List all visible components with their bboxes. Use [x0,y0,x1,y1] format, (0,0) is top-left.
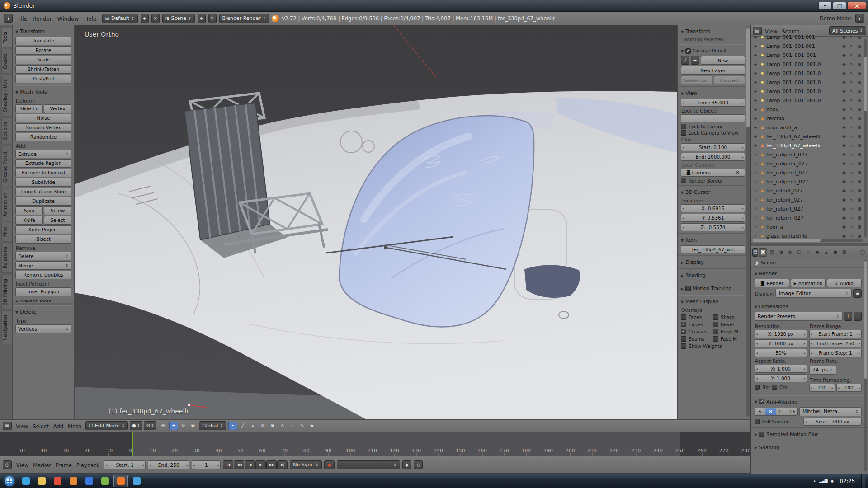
expand-icon[interactable] [753,198,758,202]
properties-tab-object[interactable] [795,248,803,257]
selectability-toggle[interactable] [849,216,855,220]
overlay-checkbox-edge-m[interactable]: Edge M [713,329,745,334]
info-menu-render[interactable]: Render [30,15,55,23]
selectability-toggle[interactable] [849,171,855,175]
tool-bisect-button[interactable]: Bisect [15,235,71,244]
delete-type-dropdown[interactable]: Vertices [15,324,71,333]
visibility-toggle[interactable] [841,99,847,103]
delete-keyframe-button[interactable] [414,460,423,469]
grease-pencil-draw-button[interactable] [681,56,689,65]
render-toggle[interactable] [856,171,863,175]
add-layout-button[interactable] [141,14,149,23]
current-frame-field[interactable]: 1 [192,460,221,469]
prev-keyframe-button[interactable]: ◀◀ [234,460,244,469]
expand-icon[interactable] [753,216,758,220]
orientation-dropdown[interactable]: Global [199,421,226,430]
overlay-checkbox-seams[interactable]: Seams [681,336,713,342]
grease-pencil-new-button[interactable]: New [701,56,745,65]
expand-icon[interactable] [753,62,758,66]
aa-samples-16-button[interactable]: 16 [787,408,798,416]
render-toggle[interactable] [856,89,863,94]
expand-icon[interactable] [753,144,758,148]
remap-old-field[interactable]: 100 [809,384,835,392]
selectability-toggle[interactable] [849,135,855,139]
info-menu-window[interactable]: Window [55,15,81,23]
visibility-toggle[interactable] [841,89,847,94]
item-name-field[interactable]: fer_330p4_67_wh... [681,245,745,253]
selectability-toggle[interactable] [849,144,855,148]
properties-tab-modifiers[interactable] [813,248,821,257]
outliner-item-fer-caliperlf-027[interactable]: fer_caliperlf_027 [752,150,863,159]
outliner-item-fer-rotorlf-027[interactable]: fer_rotorlf_027 [752,186,863,195]
expand-icon[interactable] [753,35,758,39]
border-checkbox[interactable]: Bor [755,385,770,390]
expand-icon[interactable] [753,117,758,121]
editor-splitter[interactable] [750,243,868,247]
current-frame-indicator[interactable] [132,432,133,456]
render-toggle[interactable] [856,62,863,66]
tool-noise-button[interactable]: Noise [15,114,71,122]
volume-icon[interactable] [831,479,834,483]
visibility-toggle[interactable] [841,216,847,220]
render-toggle[interactable] [856,189,863,193]
render-toggle[interactable] [856,225,863,229]
grease-pencil-add-button[interactable] [691,56,699,65]
tool-select-button[interactable]: Select [44,216,71,225]
tool-screw-button[interactable]: Screw [44,206,71,215]
vertex-select-button[interactable] [228,422,237,430]
render-engine-dropdown[interactable]: Blender Render [219,14,269,23]
timeline-menu-frame[interactable]: Frame [53,461,74,469]
visibility-toggle[interactable] [841,171,847,175]
render-toggle[interactable] [856,234,863,238]
editor-type-button[interactable] [3,460,12,469]
resolution-y-field[interactable]: Y: 1080 px [755,339,807,347]
sampled-motion-blur-panel-header[interactable]: Sampled Motion Blur [755,430,862,439]
timeline-menu-view[interactable]: View [14,461,31,469]
outliner-item-fer-rotorrf-027[interactable]: fer_rotorrf_027 [752,204,863,213]
outliner-item-lamp-001-001-001[interactable]: Lamp_001_001_001 [752,51,863,60]
tool-tab-tools[interactable]: Tools [1,27,12,48]
delete-frame-button[interactable]: Delete Fra... [681,76,712,84]
properties-tab-object-data[interactable] [822,248,830,257]
expand-icon[interactable] [753,71,758,75]
pivot-center-dropdown[interactable] [144,421,156,430]
aa-size-field[interactable]: Size: 1.000 px [803,418,862,426]
selectability-toggle[interactable] [849,153,855,157]
outliner-item-lamp-001-001-001-0[interactable]: Lamp_001_001_001.0 [752,69,863,78]
start-frame-field[interactable]: Start Frame: 1 [809,330,862,338]
viewport-menu-add[interactable]: Add [51,422,66,431]
show-desktop-button[interactable] [861,474,865,488]
info-menu-file[interactable]: File [15,15,30,23]
outliner-item-lamp-001-001-001[interactable]: Lamp_001_001.001 [752,42,863,51]
expand-icon[interactable] [753,189,758,193]
info-menu-help[interactable]: Help [81,15,99,23]
expand-icon[interactable] [753,171,758,175]
redo-delete-panel-header[interactable]: Delete [15,308,71,316]
render-toggle[interactable] [856,162,863,166]
render-toggle[interactable] [856,99,863,103]
screen-layout-dropdown[interactable]: Default [102,14,138,23]
insert-keyframe-button[interactable] [402,460,411,469]
render-toggle[interactable] [856,207,863,211]
frame-rate-dropdown[interactable]: 24 fps [809,366,836,375]
outliner-item-lamp-001-001-001-0[interactable]: Lamp_001_001_001.0 [752,78,863,87]
play-button[interactable]: ▶ [255,460,266,469]
render-toggle[interactable] [856,35,863,39]
3d-cursor-panel-header[interactable]: 3D Cursor [681,188,745,197]
render-toggle[interactable] [856,126,863,130]
start-button[interactable] [2,474,17,488]
scrollbar-thumb[interactable] [864,261,867,379]
horizontal-scrollbar[interactable] [753,239,863,242]
visibility-toggle[interactable] [841,198,847,202]
selectability-toggle[interactable] [849,117,855,121]
full-sample-checkbox[interactable]: Full Sample [755,419,802,424]
selectability-toggle[interactable] [849,53,855,57]
keying-set-dropdown[interactable] [337,460,400,469]
selectability-toggle[interactable] [849,234,855,238]
selectability-toggle[interactable] [849,126,855,130]
clip-start-field[interactable]: Start: 0.100 [681,143,745,151]
taskbar-blender-button[interactable] [113,475,128,487]
mesh-display-panel-header[interactable]: Mesh Display [681,297,745,306]
taskbar-clock[interactable]: 02:25 [837,478,858,484]
taskbar-media-player-button[interactable] [19,475,33,487]
